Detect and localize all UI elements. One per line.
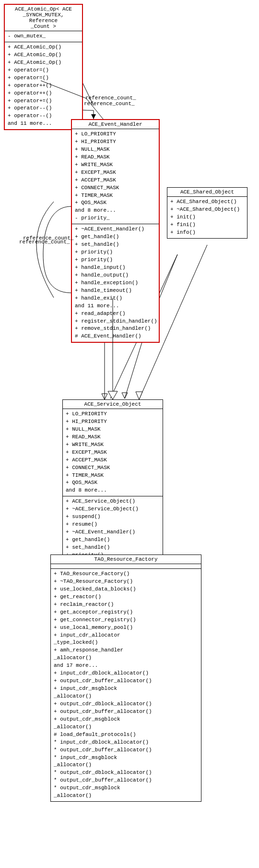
diagram-container: reference_count_ reference_count_ ACE_At… (0, 0, 259, 868)
ace-shared-object-title: ACE_Shared_Object (167, 188, 247, 197)
tao-resource-factory-spacer (51, 564, 201, 569)
ace-service-object-title: ACE_Service_Object (63, 400, 163, 409)
ace-service-object-constants: + LO_PRIORITY + HI_PRIORITY + NULL_MASK … (63, 409, 163, 496)
ace-event-handler-methods: + ~ACE_Event_Handler() + get_handle() + … (72, 224, 159, 342)
ref-count-top-label: reference_count_ (84, 101, 135, 107)
svg-marker-11 (108, 391, 118, 399)
svg-marker-0 (91, 114, 96, 119)
svg-marker-4 (102, 394, 107, 399)
tao-resource-factory-title: TAO_Resource_Factory (51, 555, 201, 564)
ace-event-handler-title: ACE_Event_Handler (72, 120, 159, 129)
ace-atomic-op-methods: + ACE_Atomic_Op() + ACE_Atomic_Op() + AC… (5, 42, 82, 129)
tao-resource-factory-methods: + TAO_Resource_Factory() + ~TAO_Resource… (51, 569, 201, 801)
ref-count-label-2: reference_count_ (23, 235, 74, 241)
ace-shared-object-box: ACE_Shared_Object + ACE_Shared_Object() … (167, 187, 247, 239)
tao-resource-factory-box: TAO_Resource_Factory + TAO_Resource_Fact… (50, 555, 201, 802)
ace-shared-object-methods: + ACE_Shared_Object() + ~ACE_Shared_Obje… (167, 197, 247, 238)
ace-atomic-op-box: ACE_Atomic_Op< ACE_SYNCH_MUTEX, Referenc… (4, 4, 83, 130)
ace-event-handler-constants: + LO_PRIORITY + HI_PRIORITY + NULL_MASK … (72, 129, 159, 224)
ace-atomic-op-attributes: - own_mutex_ (5, 31, 82, 42)
svg-marker-5 (122, 393, 128, 398)
ace-atomic-op-title: ACE_Atomic_Op< ACE_SYNCH_MUTEX, Referenc… (5, 5, 82, 31)
ref-count-label-1: reference_count_ (85, 95, 136, 101)
svg-marker-13 (136, 392, 142, 399)
ace-event-handler-box: ACE_Event_Handler + LO_PRIORITY + HI_PRI… (71, 119, 160, 343)
